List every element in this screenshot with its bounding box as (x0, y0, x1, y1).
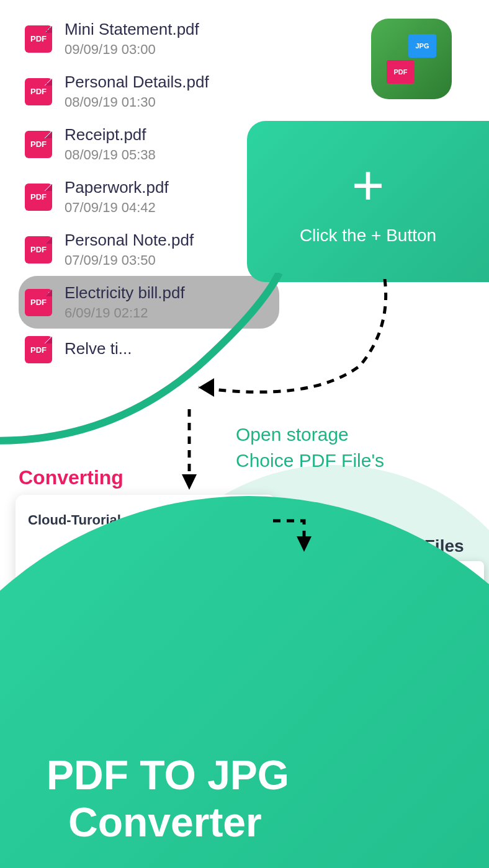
file-date: 07/09/19 04:42 (65, 200, 273, 216)
app-title: PDF TO JPG Converter (47, 752, 289, 846)
add-button-panel[interactable]: + Click the + Button (247, 121, 489, 282)
file-item[interactable]: PDFReceipt.pdf08/09/19 05:38 (19, 118, 279, 170)
pdf-icon: PDF (25, 25, 52, 53)
pdf-badge-icon: PDF (387, 60, 415, 84)
file-name: Mini Statement.pdf (65, 20, 273, 39)
file-date: 07/09/19 03:50 (65, 252, 273, 268)
file-name: Receipt.pdf (65, 125, 273, 144)
file-item[interactable]: PDFPersonal Details.pdf08/09/19 01:30 (19, 65, 279, 118)
app-logo-icon: JPG PDF (371, 19, 452, 99)
add-panel-label: Click the + Button (300, 226, 436, 246)
file-name: Personal Note.pdf (65, 231, 273, 250)
file-item[interactable]: PDFMini Statement.pdf09/09/19 03:00 (19, 12, 279, 65)
pdf-icon: PDF (25, 236, 52, 264)
file-item[interactable]: PDFPaperwork.pdf07/09/19 04:42 (19, 170, 279, 223)
jpg-badge-icon: JPG (408, 34, 436, 58)
svg-marker-0 (199, 378, 214, 397)
file-name: Personal Details.pdf (65, 73, 273, 92)
file-date: 09/09/19 03:00 (65, 42, 273, 58)
pdf-icon: PDF (25, 78, 52, 105)
file-name: Paperwork.pdf (65, 178, 273, 197)
file-item[interactable]: PDFPersonal Note.pdf07/09/19 03:50 (19, 223, 279, 276)
file-date: 08/09/19 05:38 (65, 147, 273, 163)
pdf-icon: PDF (25, 184, 52, 211)
plus-icon: + (352, 157, 385, 213)
file-date: 08/09/19 01:30 (65, 94, 273, 110)
pdf-icon: PDF (25, 131, 52, 158)
svg-marker-1 (182, 474, 197, 490)
svg-marker-2 (297, 536, 312, 552)
